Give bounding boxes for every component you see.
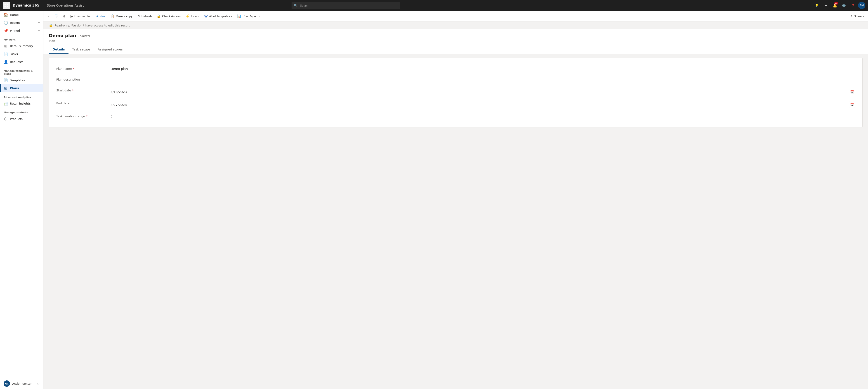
user-avatar-btn[interactable]: SM [858,2,865,9]
page-content: 🔒 Read-only: You don't have access to ed… [43,22,868,389]
tab-task-setups[interactable]: Task setups [68,45,94,54]
svg-rect-3 [7,6,8,7]
record-tabs: Details Task setups Assigned stores [49,45,863,54]
plus-icon-btn[interactable]: + [822,1,830,9]
form-card: Plan name * Demo plan Plan description -… [49,58,863,128]
check-access-label: Check Access [162,15,181,18]
requests-icon: 👤 [4,60,8,64]
settings-icon-btn[interactable]: ⚙️ [840,1,848,9]
nav-buttons: ‹ 📄 ⊕ [45,13,68,20]
task-creation-range-label: Task creation range * [56,114,111,118]
top-nav-actions: 💡 + 🔔 10 ⚙️ ❓ SM [813,1,865,9]
task-creation-range-text: 5 [111,114,855,118]
end-date-text: 4/27/2023 [111,103,847,107]
start-date-calendar-button[interactable]: 📅 [849,89,855,95]
start-date-required: * [72,89,73,92]
end-date-calendar-button[interactable]: 📅 [849,102,855,108]
readonly-banner-text: Read-only: You don't have access to edit… [55,24,131,27]
search-bar: 🔍 [291,2,400,9]
execute-plan-icon: ▶ [70,14,73,18]
content-area: ‹ 📄 ⊕ ▶ Execute plan + New 📋 Make a copy… [43,11,868,389]
sidebar-item-requests-label: Requests [10,60,24,63]
recent-chevron-icon: ▾ [38,22,39,24]
sidebar-item-recent[interactable]: 🕐 Recent ▾ [0,19,43,27]
share-icon: ↗ [850,15,852,18]
plan-description-value: --- [111,77,855,81]
doc-view-button[interactable]: 📄 [53,13,60,20]
lightbulb-icon-btn[interactable]: 💡 [813,1,821,9]
products-icon: ⬡ [4,117,8,121]
new-icon: + [96,14,98,18]
sidebar-item-plans[interactable]: ⊞ Plans [0,84,43,92]
sidebar-item-plans-label: Plans [10,86,19,90]
word-templates-icon: W [204,14,208,18]
plan-description-text: --- [111,78,855,81]
check-access-button[interactable]: 🔒 Check Access [154,12,183,20]
pin-icon: 📌 [4,29,8,33]
action-center-item[interactable]: AC Action center ◇ [0,378,43,389]
help-icon-btn[interactable]: ❓ [849,1,857,9]
sidebar-item-templates[interactable]: 📄 Templates [0,76,43,84]
advanced-analytics-section-label: Advanced analytics [0,92,43,100]
new-button[interactable]: + New [94,12,107,20]
form-row-plan-name: Plan name * Demo plan [56,63,855,74]
action-center-pin-icon: ◇ [37,382,39,385]
flow-dropdown-icon: ▾ [198,15,199,18]
share-dropdown-icon: ▾ [863,15,864,18]
make-a-copy-label: Make a copy [116,15,132,18]
record-header: Demo plan - Saved Plan Details Task setu… [43,29,868,54]
refresh-icon: ↻ [137,14,141,18]
refresh-button[interactable]: ↻ Refresh [135,12,154,20]
sidebar-item-retail-summary[interactable]: ⊞ Retail summary [0,42,43,50]
sidebar-item-tasks[interactable]: 📄 Tasks [0,50,43,58]
sidebar-item-retail-insights[interactable]: 📊 Retail insights [0,100,43,108]
sidebar-item-retail-insights-label: Retail insights [10,102,31,105]
flow-icon: ⚡ [186,14,190,18]
sidebar-item-home[interactable]: 🏠 Home [0,11,43,19]
action-center-avatar: AC [4,381,10,387]
run-report-label: Run Report [243,15,257,18]
task-creation-range-value: 5 [111,114,855,118]
search-input[interactable] [291,2,400,9]
sidebar-item-recent-label: Recent [10,21,20,24]
tab-view-button[interactable]: ⊕ [61,13,68,20]
run-report-dropdown-icon: ▾ [258,15,260,18]
form-row-task-creation-range: Task creation range * 5 [56,111,855,122]
plan-description-label: Plan description [56,77,111,81]
readonly-banner: 🔒 Read-only: You don't have access to ed… [43,22,868,29]
record-saved-label: - Saved [78,34,90,38]
sidebar-item-pinned[interactable]: 📌 Pinned ▾ [0,27,43,35]
templates-icon: 📄 [4,78,8,82]
plan-name-text: Demo plan [111,67,855,71]
check-access-icon: 🔒 [157,14,161,18]
action-center-label: Action center [12,382,32,385]
sidebar-item-products[interactable]: ⬡ Products [0,115,43,123]
execute-plan-button[interactable]: ▶ Execute plan [68,12,94,20]
manage-templates-section-label: Manage templates & plans [0,66,43,76]
new-label: New [99,15,105,18]
svg-rect-2 [4,6,6,7]
sidebar-item-requests[interactable]: 👤 Requests [0,58,43,66]
tab-details[interactable]: Details [49,45,68,54]
pinned-chevron-icon: ▾ [38,29,39,32]
back-button[interactable]: ‹ [45,13,53,20]
share-button[interactable]: ↗ Share ▾ [848,13,866,19]
grid-menu-icon[interactable] [3,2,10,9]
flow-button[interactable]: ⚡ Flow ▾ [183,12,202,20]
form-row-end-date: End date 4/27/2023 📅 [56,98,855,111]
execute-plan-label: Execute plan [74,15,91,18]
make-a-copy-button[interactable]: 📋 Make a copy [108,12,135,20]
tab-assigned-stores[interactable]: Assigned stores [94,45,126,54]
run-report-button[interactable]: 📊 Run Report ▾ [235,12,262,20]
clock-icon: 🕐 [4,21,8,25]
main-layout: 🏠 Home 🕐 Recent ▾ 📌 Pinned ▾ My work ⊞ R… [0,11,868,389]
notifications-icon-btn[interactable]: 🔔 10 [831,1,839,9]
end-date-value: 4/27/2023 📅 [111,101,855,108]
word-templates-button[interactable]: W Word Templates ▾ [202,12,235,20]
end-date-label: End date [56,101,111,105]
form-row-start-date: Start date * 4/18/2023 📅 [56,85,855,98]
svg-rect-1 [7,4,8,5]
command-bar: ‹ 📄 ⊕ ▶ Execute plan + New 📋 Make a copy… [43,11,868,22]
record-title: Demo plan [49,33,76,38]
share-label: Share [854,15,862,18]
